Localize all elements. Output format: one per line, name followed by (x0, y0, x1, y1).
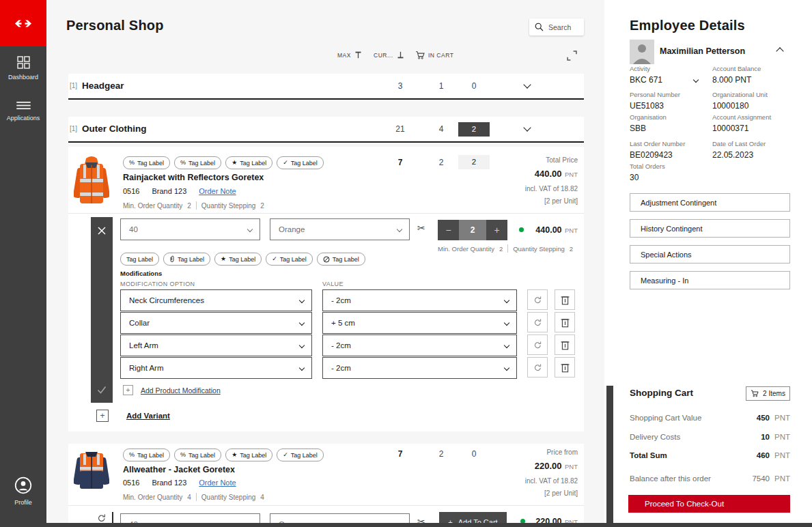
section-row-headgear[interactable]: [1] Headgear 3 1 0 (68, 74, 584, 100)
profile-icon (14, 476, 32, 494)
order-note-link[interactable]: Order Note (199, 187, 236, 195)
cart-items-button[interactable]: 2 Items (746, 386, 790, 401)
tag-attachment[interactable]: Tag Label (163, 253, 210, 266)
tag-favorite[interactable]: ★Tag Label (225, 156, 272, 169)
reset-modification-button[interactable] (527, 289, 548, 310)
sidebar-item-label: Applications (7, 115, 40, 122)
page-title: Personal Shop (66, 18, 164, 33)
add-product-modification[interactable]: + Add Product Modification (123, 385, 221, 395)
horizontal-scrollbar[interactable] (0, 523, 812, 527)
product-per-unit: [2 per Unit] (441, 197, 578, 205)
section-in-cart-value: 0 (462, 81, 486, 91)
cart-icon (751, 390, 759, 397)
column-header-in-cart[interactable]: IN CART (415, 51, 453, 60)
scissors-icon[interactable]: ✂ (417, 223, 425, 233)
tag-discount[interactable]: %Tag Label (123, 156, 170, 169)
column-header-max[interactable]: MAX (337, 51, 362, 59)
search-label: Search (548, 23, 571, 31)
special-actions-button[interactable]: Special Actions (630, 245, 790, 264)
sidebar-item-applications[interactable]: Applications (0, 101, 46, 122)
chevron-down-icon (299, 298, 305, 303)
modification-option-column-label: MODIFICATION OPTION (120, 281, 195, 287)
product-image[interactable] (74, 448, 109, 493)
chevron-down-icon[interactable] (523, 81, 531, 88)
chevron-down-icon[interactable] (523, 124, 531, 131)
column-header-current[interactable]: CUR... (374, 51, 404, 59)
reset-modification-button[interactable] (527, 357, 548, 378)
scissors-icon[interactable]: ✂ (417, 516, 425, 523)
adjustment-contingent-button[interactable]: Adjustment Contingent (630, 193, 790, 212)
trash-icon (561, 362, 570, 373)
product-image[interactable] (74, 156, 109, 209)
reset-icon (97, 513, 107, 523)
variant-close-button[interactable] (91, 217, 113, 244)
delete-modification-button[interactable] (555, 312, 575, 332)
modification-option-select[interactable]: Neck Circumferences (120, 289, 312, 311)
expand-list-button[interactable] (567, 51, 577, 63)
delete-modification-button[interactable] (555, 289, 575, 310)
delete-modification-button[interactable] (555, 357, 575, 378)
field-organisation: Organisation SBB (630, 113, 712, 133)
tag-discount[interactable]: %Tag Label (174, 156, 221, 169)
chevron-down-icon[interactable] (693, 77, 699, 83)
tag-blocked[interactable]: Tag Label (317, 253, 365, 266)
order-note-link[interactable]: Order Note (199, 479, 236, 487)
field-account-balance: Account Balance 8.000 PNT (712, 65, 794, 85)
tag-discount[interactable]: %Tag Label (123, 448, 170, 461)
quantity-value[interactable]: 2 (459, 220, 486, 240)
chevron-up-icon[interactable] (776, 47, 783, 55)
expand-icon (567, 51, 577, 61)
product-max-value: 7 (389, 449, 412, 459)
reset-modification-button[interactable] (527, 312, 548, 332)
chevron-down-icon (299, 365, 305, 371)
section-row-outer-clothing[interactable]: [1] Outer Clothing 21 4 2 (68, 117, 584, 143)
plus-square-icon: + (96, 410, 109, 422)
cart-row-delivery: Delivery Costs 10 PNT (630, 433, 790, 441)
tag-discount[interactable]: %Tag Label (174, 448, 221, 461)
modification-value-select[interactable]: - 2cm (322, 334, 517, 356)
tag-checked[interactable]: ✓Tag Label (277, 448, 324, 461)
add-variant[interactable]: + Add Variant (96, 410, 170, 422)
color-select[interactable]: Orange (270, 218, 410, 240)
plus-icon: + (448, 518, 452, 523)
sbb-logo-icon (13, 19, 33, 28)
history-contingent-button[interactable]: History Contingent (630, 219, 790, 238)
tag-favorite[interactable]: ★Tag Label (225, 448, 272, 461)
modification-option-select[interactable]: Collar (120, 312, 312, 334)
product-price-block: Total Price 440.00 PNT incl. VAT of 18.8… (441, 156, 578, 205)
sidebar-item-dashboard[interactable]: Dashboard (0, 56, 46, 81)
order-constraints: Min. Order Quantity 4 Quantity Stepping … (123, 493, 264, 501)
variant-confirm-button[interactable] (91, 377, 113, 403)
product-vat: incl. VAT of 18.82 (441, 477, 578, 485)
delete-modification-button[interactable] (555, 334, 575, 355)
measuring-in-button[interactable]: Measuring - In (630, 271, 790, 289)
size-select[interactable]: 40 (120, 218, 260, 240)
size-select[interactable]: 40 (120, 513, 260, 523)
modification-value-select[interactable]: - 2cm (322, 289, 517, 311)
cart-row-total: Total Sum 460 PNT (630, 451, 790, 459)
in-cart-badge: 2 (458, 122, 490, 137)
proceed-to-checkout-button[interactable]: Proceed To Check-Out (628, 495, 790, 513)
modification-option-select[interactable]: Right Arm (120, 357, 312, 379)
modification-option-select[interactable]: Left Arm (120, 334, 312, 356)
app-logo[interactable] (0, 0, 46, 46)
panel-title: Employee Details (630, 18, 745, 33)
reset-modification-button[interactable] (527, 334, 548, 355)
modification-value-select[interactable]: + 5 cm (322, 312, 517, 334)
check-icon: ✓ (283, 452, 288, 458)
tag-checked[interactable]: ✓Tag Label (277, 156, 324, 169)
section-max-value: 3 (389, 81, 412, 91)
variant-reset-button[interactable] (97, 513, 107, 523)
color-select[interactable]: Orange (270, 513, 410, 523)
search-button[interactable]: Search (529, 18, 584, 35)
quantity-decrease-button[interactable]: − (438, 220, 459, 240)
star-icon: ★ (232, 160, 237, 166)
tag-favorite[interactable]: ★Tag Label (214, 253, 262, 266)
tag-checked[interactable]: ✓Tag Label (266, 253, 313, 266)
modification-value-select[interactable]: - 2cm (322, 357, 517, 379)
tag-plain[interactable]: Tag Label (120, 253, 159, 266)
vertical-scrollbar[interactable] (606, 386, 613, 527)
personal-shop-app: Dashboard Applications Profile Personal … (0, 0, 812, 527)
section-index: [1] (70, 82, 77, 89)
sidebar-item-profile[interactable]: Profile (0, 476, 46, 506)
